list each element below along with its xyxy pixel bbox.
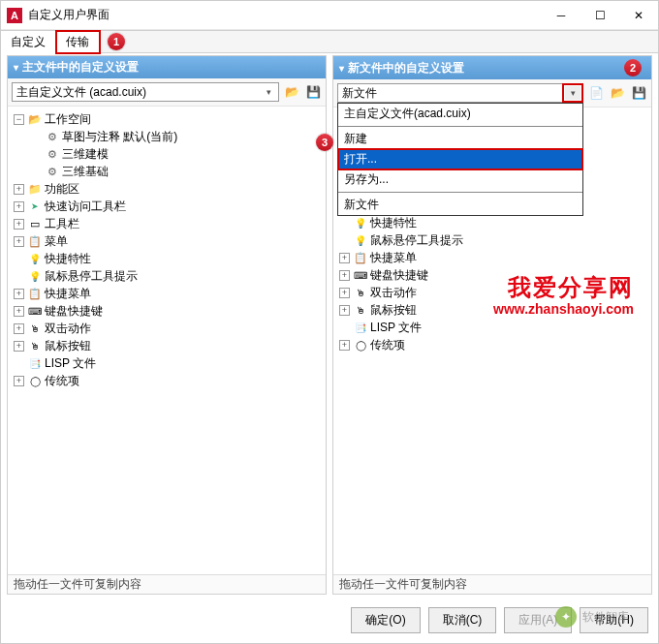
tree-item[interactable]: 快捷菜单 bbox=[370, 250, 417, 266]
tree-item[interactable]: 双击动作 bbox=[45, 321, 91, 337]
window-title: 自定义用户界面 bbox=[28, 7, 548, 23]
tree-item[interactable]: 三维基础 bbox=[62, 164, 109, 180]
tree-item[interactable]: 快捷特性 bbox=[370, 215, 417, 231]
tab-customize[interactable]: 自定义 bbox=[1, 31, 56, 53]
dropdown-item[interactable]: 主自定义文件(acad.cuix) bbox=[338, 104, 582, 124]
gear-icon bbox=[45, 147, 60, 161]
chevron-down-icon[interactable]: ▾ bbox=[565, 86, 581, 100]
lisp-icon bbox=[27, 356, 43, 370]
title-bar: A 自定义用户界面 ─ ☐ ✕ bbox=[1, 1, 658, 30]
right-panel-header[interactable]: ▾ 新文件中的自定义设置 2 bbox=[333, 56, 651, 79]
right-combo-value: 新文件 bbox=[342, 85, 377, 102]
keyboard-icon bbox=[353, 268, 368, 282]
tree-item[interactable]: 草图与注释 默认(当前) bbox=[62, 129, 177, 145]
left-file-combo[interactable]: 主自定义文件 (acad.cuix) ▾ bbox=[12, 82, 279, 102]
left-tree[interactable]: −📂工作空间 草图与注释 默认(当前) 三维建模 三维基础 +📁功能区 +快速访… bbox=[8, 107, 326, 574]
tree-item[interactable]: 三维建模 bbox=[62, 146, 109, 163]
tree-item[interactable]: 菜单 bbox=[45, 233, 68, 250]
watermark-url: www.zhanshaoyi.com bbox=[493, 301, 634, 317]
chevron-down-icon: ▾ bbox=[261, 85, 276, 99]
callout-3: 3 bbox=[316, 134, 333, 151]
ok-button[interactable]: 确定(O) bbox=[351, 607, 420, 633]
expander-icon[interactable]: + bbox=[14, 219, 24, 230]
tree-item[interactable]: 工具栏 bbox=[45, 216, 79, 232]
tree-item[interactable]: 键盘快捷键 bbox=[370, 267, 428, 284]
left-panel: ▾ 主文件中的自定义设置 主自定义文件 (acad.cuix) ▾ 📂 💾 −📂… bbox=[7, 55, 327, 595]
collapse-icon: ▾ bbox=[14, 62, 18, 73]
expander-icon[interactable]: + bbox=[14, 201, 24, 212]
file-dropdown[interactable]: 主自定义文件(acad.cuix) 新建 打开... 另存为... 新文件 bbox=[337, 103, 583, 216]
keyboard-icon bbox=[27, 304, 43, 318]
bulb-icon bbox=[27, 269, 43, 283]
tree-item[interactable]: LISP 文件 bbox=[370, 320, 422, 336]
tree-item[interactable]: 鼠标悬停工具提示 bbox=[45, 268, 138, 285]
tree-item[interactable]: 功能区 bbox=[45, 181, 79, 198]
expander-icon[interactable]: + bbox=[339, 270, 350, 281]
open-folder-icon[interactable]: 📂 bbox=[609, 84, 626, 102]
tree-item[interactable]: 双击动作 bbox=[370, 285, 417, 301]
dropdown-item-newfile[interactable]: 新文件 bbox=[338, 195, 582, 215]
left-footer-hint: 拖动任一文件可复制内容 bbox=[8, 574, 326, 594]
new-file-icon[interactable]: 📄 bbox=[587, 84, 605, 102]
tree-item[interactable]: 快捷特性 bbox=[45, 251, 91, 267]
expander-icon[interactable]: + bbox=[339, 305, 350, 316]
legacy-icon bbox=[27, 374, 43, 387]
mouse-icon bbox=[353, 286, 368, 299]
tree-item[interactable]: 键盘快捷键 bbox=[45, 303, 103, 320]
expander-icon[interactable]: + bbox=[339, 253, 350, 263]
save-icon[interactable]: 💾 bbox=[304, 83, 322, 101]
expander-icon[interactable]: + bbox=[14, 376, 24, 386]
tree-item[interactable]: LISP 文件 bbox=[45, 355, 96, 372]
mouse-icon bbox=[353, 303, 368, 317]
tree-item[interactable]: 快捷菜单 bbox=[45, 286, 91, 302]
bulb-icon bbox=[27, 252, 43, 265]
left-combo-value: 主自定义文件 (acad.cuix) bbox=[16, 84, 146, 101]
tree-item[interactable]: 鼠标悬停工具提示 bbox=[370, 232, 463, 249]
expander-icon[interactable]: + bbox=[339, 340, 350, 351]
tree-item[interactable]: 快速访问工具栏 bbox=[45, 199, 126, 215]
right-panel: ▾ 新文件中的自定义设置 2 新文件 ▾ 📄 📂 💾 主自定义文件(acad.c… bbox=[332, 55, 652, 595]
tree-item[interactable]: 传统项 bbox=[45, 373, 79, 389]
expander-icon[interactable]: + bbox=[14, 236, 24, 247]
collapse-icon: ▾ bbox=[339, 63, 344, 74]
cancel-button[interactable]: 取消(C) bbox=[428, 607, 497, 633]
tree-item[interactable]: 传统项 bbox=[370, 337, 405, 353]
gear-icon bbox=[45, 165, 60, 178]
left-header-label: 主文件中的自定义设置 bbox=[22, 59, 139, 76]
tree-item[interactable]: 鼠标按钮 bbox=[370, 302, 417, 319]
expander-icon[interactable]: + bbox=[14, 184, 24, 195]
dropdown-item-saveas[interactable]: 另存为... bbox=[338, 169, 582, 190]
dropdown-item-open[interactable]: 打开... bbox=[338, 149, 582, 169]
left-panel-header[interactable]: ▾ 主文件中的自定义设置 bbox=[8, 56, 326, 78]
save-icon[interactable]: 💾 bbox=[630, 84, 647, 102]
open-folder-icon[interactable]: 📂 bbox=[283, 83, 300, 101]
tree-item[interactable]: 鼠标按钮 bbox=[45, 338, 91, 354]
toolbar-icon: ▭ bbox=[27, 217, 43, 230]
expander-icon[interactable]: + bbox=[14, 289, 24, 299]
expander-icon[interactable]: + bbox=[14, 341, 24, 352]
right-header-label: 新文件中的自定义设置 bbox=[348, 60, 624, 77]
gear-icon bbox=[45, 130, 60, 143]
mouse-icon bbox=[27, 322, 43, 335]
legacy-icon bbox=[353, 338, 368, 352]
watermark-text: 我爱分享网 bbox=[508, 272, 634, 303]
callout-2: 2 bbox=[624, 59, 642, 77]
separator bbox=[338, 192, 582, 193]
footer-watermark: ✦ 软件智库 bbox=[555, 606, 629, 628]
mouse-icon bbox=[27, 339, 43, 353]
expander-icon[interactable]: − bbox=[14, 114, 24, 125]
expander-icon[interactable]: + bbox=[14, 323, 24, 334]
expander-icon[interactable]: + bbox=[14, 306, 24, 317]
toolbar-icon bbox=[27, 199, 43, 213]
callout-1: 1 bbox=[108, 33, 125, 50]
close-button[interactable]: ✕ bbox=[625, 5, 652, 26]
maximize-button[interactable]: ☐ bbox=[586, 5, 613, 26]
right-file-combo[interactable]: 新文件 ▾ bbox=[337, 83, 583, 103]
dropdown-item-new[interactable]: 新建 bbox=[338, 129, 582, 149]
minimize-button[interactable]: ─ bbox=[548, 5, 575, 26]
tab-transfer[interactable]: 传输 bbox=[56, 31, 100, 53]
lisp-icon bbox=[353, 321, 368, 334]
expander-icon[interactable]: + bbox=[339, 288, 350, 298]
tree-item[interactable]: 工作空间 bbox=[45, 111, 91, 128]
right-footer-hint: 拖动任一文件可复制内容 bbox=[333, 574, 651, 594]
